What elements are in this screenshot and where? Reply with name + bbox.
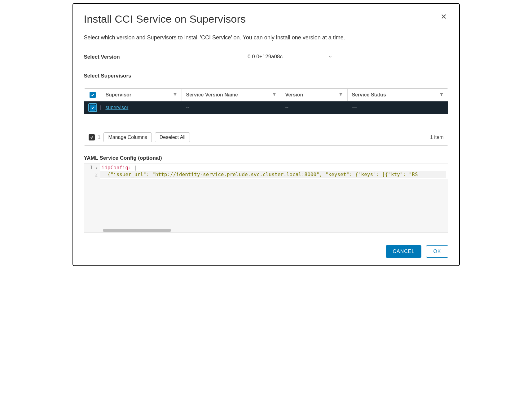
version-row: Select Version xyxy=(84,52,448,62)
footer-select-indicator[interactable] xyxy=(89,134,95,140)
col-svcname-label: Service Version Name xyxy=(186,92,238,98)
supervisors-label: Select Supervisors xyxy=(84,73,448,79)
col-supervisor-label: Supervisor xyxy=(106,92,132,98)
row-supervisor-name: supervisor xyxy=(101,102,182,113)
table-footer: 1 Manage Columns Deselect All 1 item xyxy=(84,129,448,145)
col-version-label: Version xyxy=(285,92,303,98)
col-version[interactable]: Version xyxy=(281,89,348,101)
table-empty-pad xyxy=(84,114,448,129)
row-version: -- xyxy=(281,102,348,113)
selected-count: 1 xyxy=(98,135,101,140)
dialog-header: Install CCI Service on Supervisors ✕ xyxy=(84,13,448,25)
row-svc-version-name: -- xyxy=(182,102,281,113)
dialog-footer: CANCEL OK xyxy=(84,245,448,258)
supervisors-table: Supervisor Service Version Name Version … xyxy=(84,88,448,146)
cancel-button[interactable]: CANCEL xyxy=(386,245,421,258)
version-select[interactable] xyxy=(202,52,335,62)
version-label: Select Version xyxy=(84,54,202,60)
table-head: Supervisor Service Version Name Version … xyxy=(84,89,448,101)
row-status: — xyxy=(348,102,448,113)
footer-left: 1 Manage Columns Deselect All xyxy=(89,132,190,142)
install-dialog: Install CCI Service on Supervisors ✕ Sel… xyxy=(73,3,460,266)
select-all-checkbox[interactable] xyxy=(90,92,96,98)
col-service-status[interactable]: Service Status xyxy=(348,89,448,101)
filter-icon[interactable] xyxy=(272,92,276,98)
filter-icon[interactable] xyxy=(173,92,177,98)
col-status-label: Service Status xyxy=(352,92,386,98)
yaml-editor[interactable]: 1 ▾ 2 idpConfig: | {"issuer_url": "http:… xyxy=(84,163,448,233)
version-select-value[interactable] xyxy=(202,52,335,62)
ok-button[interactable]: OK xyxy=(426,245,448,258)
row-checkbox-cell: | xyxy=(84,101,101,114)
row-checkbox[interactable] xyxy=(90,104,96,111)
filter-icon[interactable] xyxy=(339,92,343,98)
header-checkbox-cell xyxy=(84,89,101,101)
table-row[interactable]: | supervisor -- -- — xyxy=(84,101,448,114)
manage-columns-button[interactable]: Manage Columns xyxy=(103,132,152,142)
supervisor-link[interactable]: supervisor xyxy=(106,105,129,110)
filter-icon[interactable] xyxy=(439,92,444,98)
yaml-label: YAML Service Config (optional) xyxy=(84,155,448,161)
col-supervisor[interactable]: Supervisor xyxy=(101,89,182,101)
item-count: 1 item xyxy=(430,135,444,140)
horizontal-scrollbar[interactable] xyxy=(103,229,171,232)
yaml-gutter: 1 ▾ 2 xyxy=(84,163,100,179)
dialog-description: Select which version and Supervisors to … xyxy=(84,34,448,41)
dialog-title: Install CCI Service on Supervisors xyxy=(84,13,246,25)
yaml-content[interactable]: idpConfig: | {"issuer_url": "http://iden… xyxy=(100,163,448,179)
close-icon[interactable]: ✕ xyxy=(439,13,448,20)
deselect-all-button[interactable]: Deselect All xyxy=(155,132,190,142)
col-service-version-name[interactable]: Service Version Name xyxy=(182,89,281,101)
